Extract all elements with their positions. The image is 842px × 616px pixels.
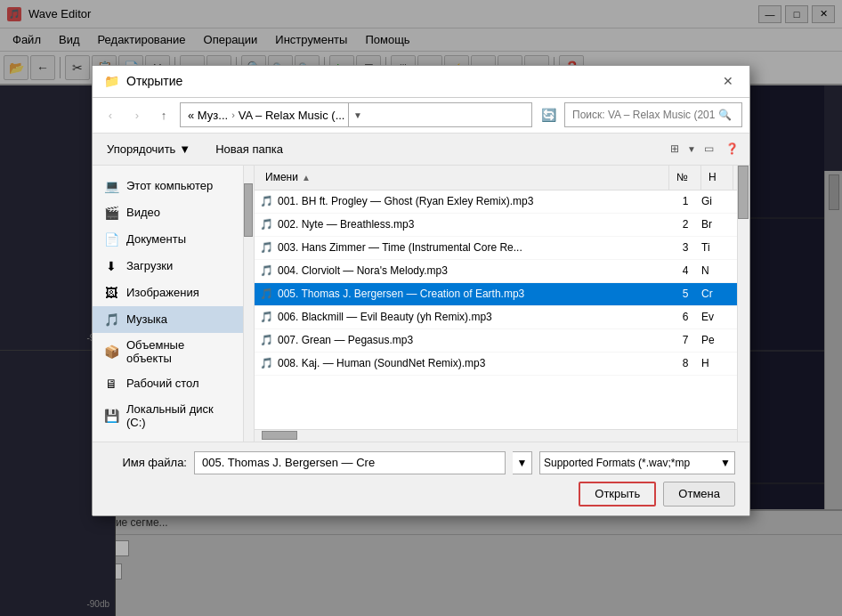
file-num-4: 4 (669, 264, 701, 277)
file-h-8: H (701, 357, 733, 369)
file-icon-7: 🎵 (258, 332, 274, 348)
sidebar-label-documents: Документы (126, 232, 186, 246)
file-item-8[interactable]: 🎵 008. Kaj. — Human (SoundNet Remix).mp3… (255, 353, 737, 376)
filename-row: Имя файла: ▼ Supported Formats (*.wav;*m… (107, 451, 735, 474)
file-name-2: 002. Nyte — Breathless.mp3 (278, 218, 669, 231)
search-input[interactable] (572, 109, 715, 121)
documents-icon: 📄 (103, 231, 119, 247)
video-icon: 🎬 (103, 205, 119, 221)
file-num-8: 8 (669, 357, 701, 369)
refresh-button[interactable]: 🔄 (538, 104, 559, 126)
desktop-icon: 🖥 (103, 376, 119, 392)
file-name-5: 005. Thomas J. Bergersen — Creation of E… (278, 288, 669, 300)
sidebar-item-images[interactable]: 🖼 Изображения (93, 280, 243, 306)
file-list-scrollbar[interactable] (737, 166, 749, 442)
file-num-1: 1 (669, 195, 701, 207)
format-dropdown-icon: ▼ (720, 457, 731, 469)
format-label: Supported Formats (*.wav;*mp (544, 457, 690, 469)
file-num-6: 6 (669, 311, 701, 323)
sidebar-item-3d[interactable]: 📦 Объемные объекты (93, 333, 243, 370)
up-button[interactable]: ↑ (153, 104, 174, 126)
col-h-label: Н (708, 171, 717, 183)
col-header-name[interactable]: Имени ▲ (258, 166, 669, 190)
col-num-label: № (676, 171, 688, 183)
sort-arrow: ▲ (302, 173, 311, 182)
view-details-btn[interactable]: ⊞ (664, 138, 685, 159)
file-list: 🎵 001. BH ft. Progley — Ghost (Ryan Exle… (255, 190, 737, 429)
file-item-2[interactable]: 🎵 002. Nyte — Breathless.mp3 2 Br (255, 214, 737, 237)
dialog-title-bar: 📁 Открытие ✕ (93, 66, 749, 98)
sidebar-item-downloads[interactable]: ⬇ Загрузки (93, 253, 243, 280)
file-num-2: 2 (669, 218, 701, 231)
file-h-1: Gi (701, 195, 733, 207)
new-folder-button[interactable]: Новая папка (205, 139, 294, 159)
dialog-toolbar: Упорядочить ▼ Новая папка ⊞ ▼ ▭ ❓ (93, 134, 749, 166)
sidebar-item-video[interactable]: 🎬 Видео (93, 199, 243, 226)
file-h-2: Br (701, 218, 733, 231)
file-item-7[interactable]: 🎵 007. Grean — Pegasus.mp3 7 Pe (255, 329, 737, 353)
file-scroll-thumb[interactable] (738, 166, 749, 219)
organize-arrow-icon: ▼ (179, 142, 190, 156)
filename-input[interactable] (194, 451, 506, 474)
col-header-h[interactable]: Н (701, 166, 733, 190)
dialog-close-button[interactable]: ✕ (717, 70, 739, 92)
h-scroll-thumb[interactable] (262, 431, 297, 440)
file-item-6[interactable]: 🎵 006. Blackmill — Evil Beauty (yh Remix… (255, 306, 737, 329)
file-icon-5: 🎵 (258, 286, 274, 302)
file-item-1[interactable]: 🎵 001. BH ft. Progley — Ghost (Ryan Exle… (255, 190, 737, 214)
format-select[interactable]: Supported Formats (*.wav;*mp ▼ (539, 451, 735, 474)
sidebar-label-computer: Этот компьютер (126, 179, 213, 192)
file-list-header: Имени ▲ № Н (255, 166, 737, 190)
file-h-7: Pe (701, 334, 733, 346)
music-icon: 🎵 (103, 312, 119, 328)
file-h-4: N (701, 264, 733, 277)
sidebar-label-3d: Объемные объекты (126, 338, 232, 365)
file-icon-8: 🎵 (258, 355, 274, 371)
breadcrumb-dropdown[interactable]: ▼ (348, 103, 366, 126)
dialog-overlay: 📁 Открытие ✕ ‹ › ↑ « Муз... › VA – Relax… (0, 0, 842, 616)
sidebar-scrollbar[interactable] (244, 166, 255, 442)
sidebar-item-documents[interactable]: 📄 Документы (93, 226, 243, 253)
sidebar-scroll-thumb[interactable] (244, 183, 253, 237)
horizontal-scrollbar[interactable] (255, 429, 737, 442)
sidebar-label-music: Музыка (126, 312, 167, 326)
open-dialog: 📁 Открытие ✕ ‹ › ↑ « Муз... › VA – Relax… (92, 65, 750, 516)
sidebar-item-music[interactable]: 🎵 Музыка (93, 306, 243, 333)
file-item-4[interactable]: 🎵 004. Clorviolt — Nora's Melody.mp3 4 N (255, 260, 737, 283)
sidebar-label-video: Видео (126, 206, 160, 219)
filename-dropdown[interactable]: ▼ (513, 451, 532, 474)
col-header-num[interactable]: № (669, 166, 701, 190)
view-dropdown-icon: ▼ (687, 144, 696, 154)
open-button[interactable]: Открыть (579, 482, 656, 507)
file-num-7: 7 (669, 334, 701, 346)
filename-label: Имя файла: (107, 456, 187, 469)
sidebar-label-desktop: Рабочий стол (126, 377, 199, 390)
file-item-3[interactable]: 🎵 003. Hans Zimmer — Time (Instrumental … (255, 237, 737, 260)
3d-icon: 📦 (103, 344, 119, 360)
back-button[interactable]: ‹ (100, 104, 121, 126)
file-icon-3: 🎵 (258, 239, 274, 255)
file-name-6: 006. Blackmill — Evil Beauty (yh Remix).… (278, 311, 669, 323)
sidebar-item-disk[interactable]: 💾 Локальный диск (C:) (93, 397, 243, 434)
organize-button[interactable]: Упорядочить ▼ (100, 139, 198, 159)
file-num-3: 3 (669, 241, 701, 254)
dialog-buttons: Открыть Отмена (107, 482, 735, 507)
file-name-3: 003. Hans Zimmer — Time (Instrumental Co… (278, 241, 669, 254)
file-icon-4: 🎵 (258, 263, 274, 279)
help-icon-btn[interactable]: ❓ (721, 138, 742, 159)
file-icon-6: 🎵 (258, 309, 274, 325)
dialog-icon: 📁 (103, 73, 119, 89)
cancel-button[interactable]: Отмена (663, 482, 735, 507)
computer-icon: 💻 (103, 178, 119, 194)
sidebar-item-desktop[interactable]: 🖥 Рабочий стол (93, 370, 243, 397)
downloads-icon: ⬇ (103, 258, 119, 274)
view-large-btn[interactable]: ▭ (698, 138, 719, 159)
file-item-5[interactable]: 🎵 005. Thomas J. Bergersen — Creation of… (255, 283, 737, 306)
images-icon: 🖼 (103, 285, 119, 301)
sidebar-item-computer[interactable]: 💻 Этот компьютер (93, 173, 243, 199)
col-name-label: Имени (265, 171, 298, 183)
disk-icon: 💾 (103, 408, 119, 424)
forward-button[interactable]: › (126, 104, 148, 126)
file-name-1: 001. BH ft. Progley — Ghost (Ryan Exley … (278, 195, 669, 207)
sidebar-label-downloads: Загрузки (126, 259, 173, 272)
